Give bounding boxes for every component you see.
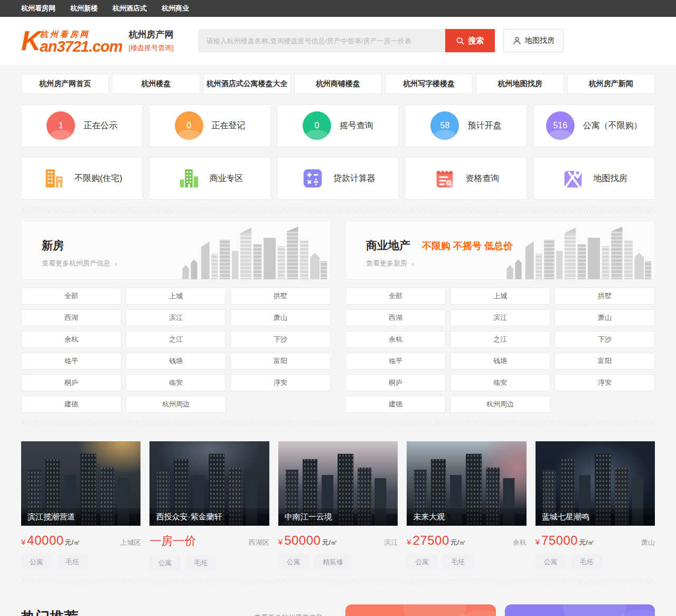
district-button[interactable]: 杭州周边 [450,396,550,413]
quick-link-commercial-zone[interactable]: 商业专区 [149,157,270,200]
quick-links-row: 不限购(住宅) 商业专区 贷款计算器 资格查询 地图找房 [21,157,655,200]
district-button[interactable]: 拱墅 [230,288,331,305]
topbar-link-jiudianshi[interactable]: 杭州酒店式 [112,4,147,13]
district-button[interactable]: 钱塘 [126,353,226,369]
property-name: 蓝城七星潮鸣 [536,508,655,526]
stat-card-apartments[interactable]: 516 公寓（不限购） [533,105,655,147]
tab-hotel-apartment[interactable]: 杭州酒店式公寓楼盘大全 [203,74,291,94]
district-button[interactable]: 临安 [450,374,550,391]
stat-circle: 0 [175,111,203,140]
topbar-link-kanfang[interactable]: 杭州看房网 [21,4,55,13]
stat-card-publicizing[interactable]: 1 正在公示 [21,105,143,147]
district-button[interactable]: 建德 [21,396,121,413]
promo-card-main-city-apartments[interactable]: 主城优选公寓 [345,604,496,616]
hatch-divider [21,420,655,427]
promo-card-no-limit-residential[interactable]: 不限购住宅 [505,604,655,616]
district-button[interactable]: 上城 [450,288,550,305]
banner-more-link[interactable]: 查看更多杭州房产信息 › [42,259,117,268]
property-price: ¥27500元/㎡ [407,533,466,548]
hot-more-link[interactable]: 查看更多杭州房产信息 › [254,613,330,616]
district-button[interactable]: 西湖 [21,309,121,326]
district-button[interactable]: 淳安 [230,374,331,391]
site-title: 杭州房产网 [129,29,174,41]
quick-link-map-find-house[interactable]: 地图找房 [533,157,655,200]
stat-card-lottery-query[interactable]: 0 摇号查询 [277,105,399,147]
banner-commercial-property[interactable]: 商业地产 不限购 不摇号 低总价 查看更多新房 › [345,221,655,280]
district-button[interactable]: 滨江 [450,309,550,326]
property-card[interactable]: 西投众安·紫金蘭轩 一房一价 西湖区 公寓 毛坯 [149,441,269,571]
district-button[interactable]: 建德 [345,396,446,413]
banner-more-link[interactable]: 查看更多新房 › [366,259,513,268]
tab-home[interactable]: 杭州房产网首页 [21,74,109,94]
quick-link-label: 资格查询 [465,173,499,184]
price-unit: 元/㎡ [65,538,81,547]
district-button[interactable]: 桐庐 [345,374,446,391]
district-button[interactable]: 全部 [21,288,121,305]
property-district: 萧山 [641,538,655,547]
tab-office[interactable]: 杭州写字楼楼盘 [385,74,473,94]
stat-circle: 0 [303,111,331,140]
district-button[interactable]: 富阳 [555,353,655,369]
district-button[interactable]: 滨江 [126,309,226,326]
property-card[interactable]: 蓝城七星潮鸣 ¥75000元/㎡ 萧山 公寓 毛坯 [536,441,655,571]
search-button[interactable]: 搜索 [445,29,495,52]
property-image: 滨江揽潮营道 [21,441,140,526]
district-button[interactable]: 西湖 [345,309,446,326]
property-tags: 公寓 毛坯 [536,555,655,570]
tab-news[interactable]: 杭州房产新闻 [567,74,655,94]
district-button[interactable]: 临安 [126,374,226,391]
quick-link-no-purchase-limit-residential[interactable]: 不限购(住宅) [21,157,143,200]
property-tag: 精装修 [314,555,352,570]
district-button[interactable]: 之江 [450,331,550,348]
banner-new-houses[interactable]: 新房 查看更多杭州房产信息 › [21,221,331,280]
district-button[interactable]: 淳安 [555,374,655,391]
district-button[interactable]: 上城 [126,288,226,305]
site-subtitle-lottery-query[interactable]: [楼盘摇号查询] [129,43,174,53]
map-find-house-button[interactable]: 地图找房 [503,29,564,52]
logo-domain: an3721.com [40,39,123,54]
district-button[interactable]: 下沙 [230,331,331,348]
property-price-row: ¥40000元/㎡ 上城区 [21,533,140,548]
district-button[interactable]: 萧山 [230,309,331,326]
banner-title: 商业地产 [366,238,410,253]
quick-link-qualification-query[interactable]: 资格查询 [405,157,527,200]
district-button[interactable]: 钱塘 [450,353,550,369]
search-input[interactable] [198,29,445,52]
property-image: 西投众安·紫金蘭轩 [149,441,269,526]
site-logo[interactable]: K 杭州看房网 an3721.com [21,27,123,54]
chevron-right-icon: › [115,259,117,268]
district-filter-section: 全部 上城 拱墅 西湖 滨江 萧山 余杭 之江 下沙 临平 钱塘 富阳 桐庐 临… [21,288,655,413]
quick-link-loan-calculator[interactable]: 贷款计算器 [277,157,399,200]
property-price-row: 一房一价 西湖区 [149,533,269,549]
tab-map-find[interactable]: 杭州地图找房 [476,74,564,94]
topbar-link-shangye[interactable]: 杭州商业 [162,4,189,13]
district-button[interactable]: 桐庐 [21,374,121,391]
district-button[interactable]: 临平 [345,353,446,369]
district-button[interactable]: 全部 [345,288,446,305]
stat-label: 公寓（不限购） [583,120,642,131]
property-card[interactable]: 未来大观 ¥27500元/㎡ 余杭 公寓 毛坯 [407,441,526,571]
stat-card-expected-opening[interactable]: 58 预计开盘 [405,105,527,147]
topbar-link-xinlou[interactable]: 杭州新楼 [70,4,98,13]
district-button[interactable]: 下沙 [555,331,655,348]
stat-value: 58 [440,121,450,130]
district-button[interactable]: 之江 [126,331,226,348]
district-button[interactable]: 杭州周边 [126,396,226,413]
district-button[interactable]: 余杭 [21,331,121,348]
quick-link-label: 贷款计算器 [333,173,375,184]
district-button[interactable]: 富阳 [230,353,331,369]
property-card[interactable]: 滨江揽潮营道 ¥40000元/㎡ 上城区 公寓 毛坯 [21,441,140,571]
district-button[interactable]: 拱墅 [555,288,655,305]
property-tags: 公寓 毛坯 [407,555,526,570]
chevron-right-icon: › [411,259,414,268]
quick-link-label: 不限购(住宅) [74,173,123,184]
district-button[interactable]: 余杭 [345,331,446,348]
district-button[interactable]: 萧山 [555,309,655,326]
stat-card-registering[interactable]: 0 正在登记 [149,105,270,147]
banner-more-label: 查看更多杭州房产信息 [42,259,110,268]
tab-loupan[interactable]: 杭州楼盘 [112,74,200,94]
tab-shops[interactable]: 杭州商铺楼盘 [294,74,382,94]
property-card[interactable]: 中南江一云境 ¥50000元/㎡ 滨江 公寓 精装修 [278,441,398,571]
property-district: 余杭 [513,538,527,547]
district-button[interactable]: 临平 [21,353,121,369]
